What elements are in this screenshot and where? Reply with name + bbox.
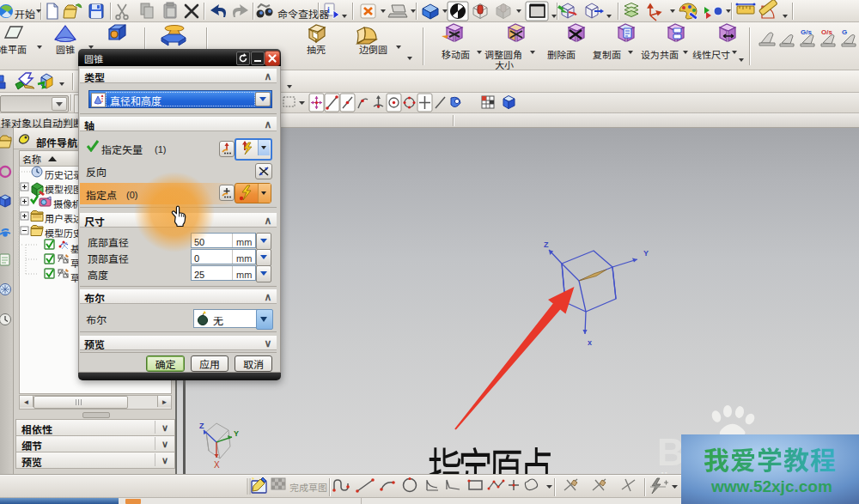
svg-text:X: X [214,460,220,470]
svg-text:O/s: O/s [821,28,832,36]
svg-text:G: G [842,28,847,36]
svg-text:Y: Y [643,249,649,258]
svg-text:Z: Z [199,422,204,430]
svg-text:x: x [588,338,592,347]
svg-text:Y: Y [234,429,239,438]
svg-text:G/s: G/s [801,28,812,36]
svg-text:Z: Z [544,240,549,249]
